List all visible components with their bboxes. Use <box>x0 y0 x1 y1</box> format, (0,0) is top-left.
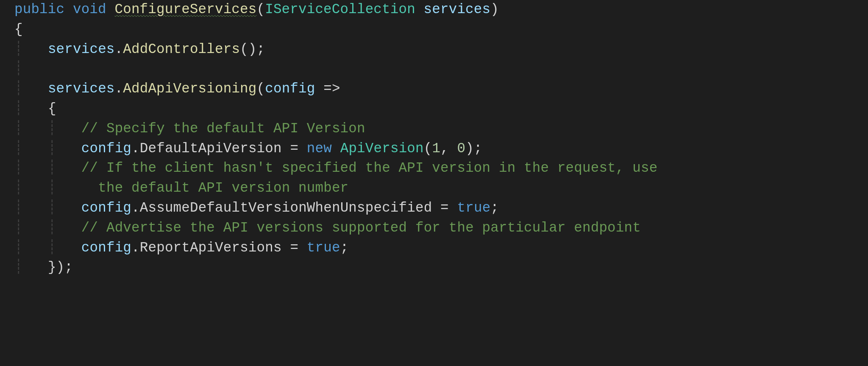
comment: // Advertise the API versions supported … <box>81 220 641 236</box>
identifier-services: services <box>48 42 115 57</box>
comment: // If the client hasn't specified the AP… <box>81 160 666 176</box>
code-line: ┊ ┊ config.AssumeDefaultVersionWhenUnspe… <box>14 200 499 216</box>
code-line: ┊ <box>14 61 23 77</box>
code-line: ┊ ┊ // If the client hasn't specified th… <box>14 160 666 176</box>
code-line: { <box>14 22 23 37</box>
identifier-config: config <box>81 240 131 256</box>
property-reportapiversions: ReportApiVersions <box>140 240 282 256</box>
code-line: ┊ { <box>14 101 56 117</box>
keyword-public: public <box>14 2 64 17</box>
lambda-param-config: config <box>265 81 315 97</box>
identifier-config: config <box>81 200 131 216</box>
code-editor[interactable]: public void ConfigureServices(IServiceCo… <box>0 0 868 278</box>
code-line: ┊ ┊ // Advertise the API versions suppor… <box>14 220 641 236</box>
keyword-void: void <box>73 2 106 17</box>
type-apiversion: ApiVersion <box>340 141 424 156</box>
paren-open: ( <box>256 2 265 17</box>
comment: // Specify the default API Version <box>81 121 365 137</box>
number-literal: 0 <box>457 141 466 156</box>
brace-open: { <box>48 101 56 117</box>
code-line: ┊ services.AddApiVersioning(config => <box>14 81 340 97</box>
code-line: ┊ ┊ the default API version number <box>14 180 348 196</box>
method-name: ConfigureServices <box>115 2 257 17</box>
type-iservicecollection: IServiceCollection <box>265 2 415 17</box>
identifier-services: services <box>48 81 115 97</box>
comment: the default API version number <box>98 180 348 196</box>
brace-open: { <box>14 22 23 37</box>
code-line: ┊ services.AddControllers(); <box>14 42 265 57</box>
keyword-true: true <box>457 200 491 216</box>
property-defaultapiversion: DefaultApiVersion <box>140 141 282 156</box>
lambda-close: }); <box>48 260 73 275</box>
paren-close: ) <box>490 2 499 17</box>
keyword-new: new <box>307 141 332 156</box>
code-line: ┊ }); <box>14 260 73 275</box>
code-line: ┊ ┊ config.DefaultApiVersion = new ApiVe… <box>14 141 482 156</box>
code-line: ┊ ┊ // Specify the default API Version <box>14 121 365 137</box>
identifier-config: config <box>81 141 131 156</box>
method-addapiversioning: AddApiVersioning <box>123 81 256 97</box>
property-assumedefault: AssumeDefaultVersionWhenUnspecified <box>140 200 432 216</box>
code-line: ┊ ┊ config.ReportApiVersions = true; <box>14 240 348 256</box>
param-services: services <box>424 2 491 17</box>
code-line: public void ConfigureServices(IServiceCo… <box>14 2 499 17</box>
number-literal: 1 <box>432 141 440 156</box>
method-addcontrollers: AddControllers <box>123 42 240 57</box>
keyword-true: true <box>307 240 340 256</box>
